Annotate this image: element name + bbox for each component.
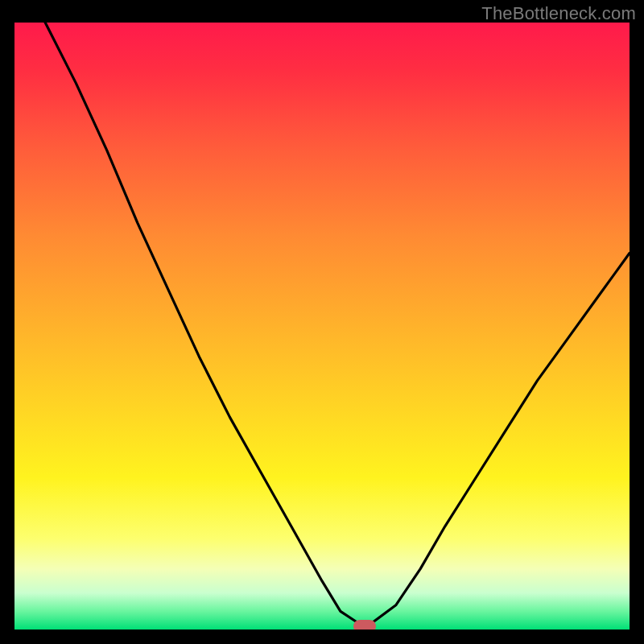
bottleneck-curve-svg	[14, 23, 630, 630]
plot-area	[14, 23, 630, 630]
chart-frame: TheBottleneck.com	[0, 0, 644, 644]
watermark-text: TheBottleneck.com	[481, 3, 636, 24]
bottleneck-curve-path	[14, 23, 630, 624]
optimal-point-marker	[353, 620, 376, 630]
